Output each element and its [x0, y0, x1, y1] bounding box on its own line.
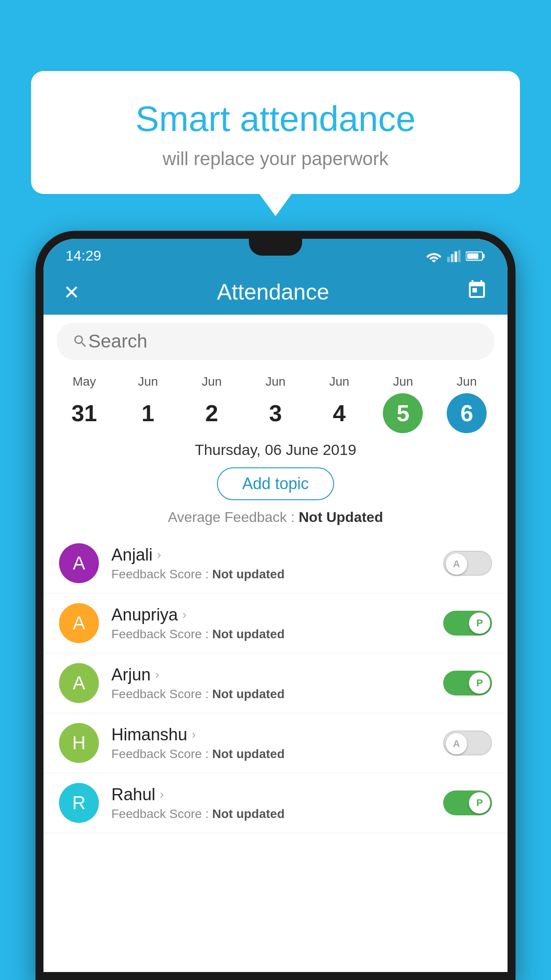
name-text: Arjun [111, 665, 151, 684]
attendance-toggle[interactable]: P [443, 671, 492, 695]
cal-day-number: 4 [319, 393, 359, 433]
feedback-score: Feedback Score : Not updated [111, 687, 443, 701]
student-item[interactable]: AAnjali›Feedback Score : Not updatedA [43, 533, 508, 593]
selected-date: Thursday, 06 June 2019 [43, 433, 508, 463]
student-name: Arjun› [111, 665, 443, 684]
chevron-right-icon: › [192, 727, 196, 742]
bubble-subtitle: will replace your paperwork [53, 148, 498, 170]
student-name: Rahul› [111, 785, 443, 804]
cal-month-label: Jun [138, 375, 158, 389]
add-topic-button[interactable]: Add topic [217, 467, 334, 500]
battery-icon [466, 250, 485, 262]
chevron-right-icon: › [155, 668, 159, 682]
toggle-knob: P [469, 672, 490, 694]
avatar: A [59, 663, 99, 703]
svg-rect-0 [447, 257, 450, 262]
status-icons [426, 250, 485, 262]
cal-month-label: Jun [457, 375, 477, 389]
chevron-right-icon: › [157, 548, 161, 562]
wifi-icon [426, 250, 442, 262]
attendance-toggle[interactable]: A [443, 551, 492, 576]
toggle-knob: P [469, 792, 490, 814]
student-item[interactable]: RRahul›Feedback Score : Not updatedP [43, 773, 508, 833]
student-item[interactable]: AAnupriya›Feedback Score : Not updatedP [43, 593, 508, 653]
calendar-day[interactable]: Jun1 [116, 375, 180, 433]
cal-month-label: Jun [329, 375, 349, 389]
app-bar: ✕ Attendance [43, 269, 508, 315]
feedback-score: Feedback Score : Not updated [111, 807, 443, 821]
cal-day-number: 1 [128, 393, 168, 433]
calendar-icon[interactable] [466, 279, 488, 305]
speech-bubble: Smart attendance will replace your paper… [31, 71, 520, 194]
feedback-score: Feedback Score : Not updated [111, 567, 443, 581]
student-info: Arjun›Feedback Score : Not updated [111, 665, 443, 701]
avatar: A [59, 543, 99, 583]
svg-rect-2 [455, 251, 457, 262]
student-info: Himanshu›Feedback Score : Not updated [111, 725, 443, 761]
name-text: Anjali [111, 545, 153, 565]
svg-rect-3 [458, 250, 460, 262]
feedback-score: Feedback Score : Not updated [111, 747, 443, 761]
student-name: Himanshu› [111, 725, 443, 744]
phone-frame: 14:29 [35, 231, 516, 980]
feedback-value: Not Updated [299, 509, 383, 525]
attendance-toggle[interactable]: P [443, 611, 492, 636]
cal-month-label: May [72, 375, 96, 389]
calendar-day[interactable]: Jun6 [435, 375, 499, 433]
cal-day-number: 6 [447, 393, 487, 433]
attendance-toggle[interactable]: P [443, 790, 492, 815]
chevron-right-icon: › [160, 787, 164, 802]
avatar: H [59, 723, 99, 763]
signal-icon [447, 250, 460, 262]
name-text: Rahul [111, 785, 155, 804]
notch [249, 239, 302, 256]
cal-day-number: 2 [192, 393, 232, 433]
chevron-right-icon: › [182, 608, 186, 622]
search-icon [72, 333, 88, 349]
app-bar-title: Attendance [217, 279, 329, 305]
cal-day-number: 5 [383, 393, 423, 433]
cal-month-label: Jun [202, 375, 222, 389]
calendar-strip: May31Jun1Jun2Jun3Jun4Jun5Jun6 [43, 368, 508, 433]
speech-bubble-container: Smart attendance will replace your paper… [31, 71, 520, 194]
calendar-day[interactable]: Jun3 [244, 375, 307, 433]
toggle-knob: A [446, 733, 467, 755]
avatar: A [59, 603, 99, 643]
student-list: AAnjali›Feedback Score : Not updatedAAAn… [43, 533, 508, 972]
toggle-knob: P [469, 612, 490, 634]
name-text: Anupriya [111, 605, 178, 624]
student-name: Anupriya› [111, 605, 443, 624]
calendar-day[interactable]: Jun4 [307, 375, 371, 433]
avatar: R [59, 783, 99, 823]
student-info: Rahul›Feedback Score : Not updated [111, 785, 443, 821]
svg-rect-6 [467, 253, 478, 259]
svg-rect-1 [451, 254, 453, 262]
student-info: Anjali›Feedback Score : Not updated [111, 545, 443, 581]
student-name: Anjali› [111, 545, 443, 565]
feedback-label: Average Feedback : [168, 509, 299, 525]
cal-month-label: Jun [393, 375, 413, 389]
attendance-toggle[interactable]: A [443, 731, 492, 755]
status-time: 14:29 [66, 248, 101, 264]
calendar-day[interactable]: Jun2 [180, 375, 244, 433]
svg-rect-5 [483, 254, 485, 258]
student-item[interactable]: AArjun›Feedback Score : Not updatedP [43, 653, 508, 713]
cal-day-number: 3 [256, 393, 295, 433]
feedback-score: Feedback Score : Not updated [111, 627, 443, 641]
bubble-title: Smart attendance [53, 98, 498, 140]
feedback-summary: Average Feedback : Not Updated [43, 509, 508, 533]
calendar-day[interactable]: Jun5 [371, 375, 435, 433]
cal-month-label: Jun [265, 375, 285, 389]
cal-day-number: 31 [64, 393, 104, 433]
student-item[interactable]: HHimanshu›Feedback Score : Not updatedA [43, 713, 508, 773]
search-input[interactable] [88, 331, 479, 352]
calendar-day[interactable]: May31 [52, 375, 116, 433]
toggle-knob: A [446, 553, 467, 575]
name-text: Himanshu [111, 725, 187, 744]
close-icon[interactable]: ✕ [63, 281, 80, 304]
student-info: Anupriya›Feedback Score : Not updated [111, 605, 443, 641]
phone-screen: 14:29 [43, 239, 508, 972]
search-container[interactable] [57, 323, 494, 360]
